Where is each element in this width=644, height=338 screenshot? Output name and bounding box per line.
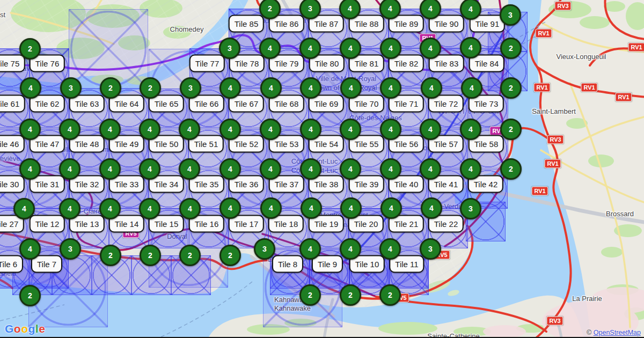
count-marker[interactable]: 4 [59, 198, 80, 219]
count-marker[interactable]: 4 [13, 198, 35, 219]
count-marker[interactable]: 3 [180, 77, 201, 99]
count-marker[interactable]: 4 [179, 119, 200, 140]
count-marker[interactable]: 4 [59, 158, 80, 180]
count-marker[interactable]: 4 [301, 197, 322, 219]
count-marker[interactable]: 3 [460, 198, 481, 219]
google-logo-letter: e [39, 322, 45, 335]
count-marker[interactable]: 4 [340, 119, 361, 140]
count-marker[interactable]: 4 [219, 158, 241, 180]
google-logo-letter: g [28, 322, 35, 335]
count-marker[interactable]: 2 [500, 158, 522, 180]
google-logo-letter: o [14, 322, 21, 335]
openstreetmap-link[interactable]: OpenStreetMap [594, 329, 641, 336]
count-marker[interactable]: 4 [460, 119, 481, 140]
count-marker[interactable]: 4 [179, 198, 201, 219]
count-marker[interactable]: 4 [380, 38, 401, 59]
map-attribution: © OpenStreetMap [587, 329, 641, 336]
count-marker[interactable]: 4 [19, 238, 41, 260]
count-marker[interactable]: 2 [179, 245, 201, 266]
google-logo-letter: o [21, 322, 28, 335]
count-marker[interactable]: 4 [139, 119, 160, 140]
count-marker[interactable]: 2 [100, 245, 121, 266]
count-marker[interactable]: 2 [500, 38, 522, 59]
count-marker[interactable]: 4 [260, 158, 281, 180]
count-marker[interactable]: 4 [219, 197, 241, 219]
count-marker[interactable]: 4 [59, 119, 80, 140]
count-marker[interactable]: 2 [500, 77, 522, 99]
count-marker[interactable]: 4 [340, 77, 362, 99]
count-marker[interactable]: 4 [260, 119, 281, 140]
count-marker[interactable]: 2 [299, 284, 321, 306]
count-marker[interactable]: 4 [420, 158, 441, 180]
count-marker[interactable]: 4 [260, 197, 282, 219]
count-marker[interactable]: 4 [300, 77, 321, 99]
count-marker[interactable]: 3 [60, 77, 82, 99]
count-marker[interactable]: 2 [19, 38, 41, 60]
count-marker[interactable]: 4 [300, 119, 321, 140]
count-marker[interactable]: 2 [140, 77, 161, 99]
count-marker[interactable]: 4 [460, 0, 481, 20]
count-marker[interactable]: 4 [139, 198, 160, 219]
markers-layer: 2344443234444442432234444444244444444444… [0, 0, 644, 338]
count-marker[interactable]: 4 [19, 158, 41, 180]
google-logo[interactable]: Google [5, 322, 45, 335]
count-marker[interactable]: 4 [340, 197, 362, 219]
count-marker[interactable]: 4 [179, 158, 200, 180]
count-marker[interactable]: 2 [340, 284, 361, 306]
count-marker[interactable]: 4 [260, 77, 282, 99]
count-marker[interactable]: 2 [219, 245, 241, 266]
count-marker[interactable]: 4 [460, 158, 481, 180]
count-marker[interactable]: 2 [259, 0, 281, 19]
count-marker[interactable]: 4 [340, 238, 361, 260]
count-marker[interactable]: 4 [19, 119, 41, 140]
count-marker[interactable]: 4 [99, 198, 121, 219]
count-marker[interactable]: 4 [421, 197, 442, 219]
count-marker[interactable]: 4 [380, 197, 402, 219]
count-marker[interactable]: 4 [219, 77, 241, 99]
count-marker[interactable]: 3 [60, 238, 81, 260]
count-marker[interactable]: 2 [500, 119, 522, 140]
count-marker[interactable]: 4 [461, 77, 482, 99]
count-marker[interactable]: 4 [139, 158, 160, 180]
count-marker[interactable]: 4 [379, 238, 401, 260]
count-marker[interactable]: 4 [380, 119, 401, 140]
count-marker[interactable]: 4 [380, 77, 401, 99]
count-marker[interactable]: 4 [259, 38, 281, 59]
google-logo-letter: G [5, 322, 14, 335]
count-marker[interactable]: 4 [300, 158, 321, 180]
count-marker[interactable]: 4 [299, 238, 321, 260]
count-marker[interactable]: 4 [420, 119, 441, 140]
count-marker[interactable]: 4 [421, 77, 442, 99]
count-marker[interactable]: 2 [100, 77, 121, 99]
count-marker[interactable]: 4 [420, 38, 441, 59]
count-marker[interactable]: 2 [140, 245, 161, 266]
count-marker[interactable]: 3 [219, 38, 240, 59]
count-marker[interactable]: 4 [99, 119, 121, 140]
count-marker[interactable]: 2 [19, 285, 41, 306]
map-canvas[interactable]: stChomedeyAhuntsic-CartiervilleHochelaga… [0, 0, 644, 338]
count-marker[interactable]: 3 [254, 238, 275, 260]
count-marker[interactable]: 4 [379, 0, 401, 19]
count-marker[interactable]: 4 [340, 158, 361, 180]
count-marker[interactable]: 4 [460, 37, 481, 58]
count-marker[interactable]: 4 [299, 38, 321, 59]
copyright-symbol: © [587, 329, 591, 336]
count-marker[interactable]: 4 [340, 38, 361, 59]
count-marker[interactable]: 3 [500, 4, 521, 26]
count-marker[interactable]: 4 [420, 0, 441, 19]
count-marker[interactable]: 4 [99, 158, 121, 180]
count-marker[interactable]: 4 [380, 158, 401, 180]
count-marker[interactable]: 4 [20, 77, 41, 99]
count-marker[interactable]: 3 [299, 0, 321, 19]
count-marker[interactable]: 4 [219, 119, 241, 140]
count-marker[interactable]: 4 [339, 0, 361, 19]
count-marker[interactable]: 2 [379, 284, 401, 306]
count-marker[interactable]: 3 [420, 238, 441, 260]
